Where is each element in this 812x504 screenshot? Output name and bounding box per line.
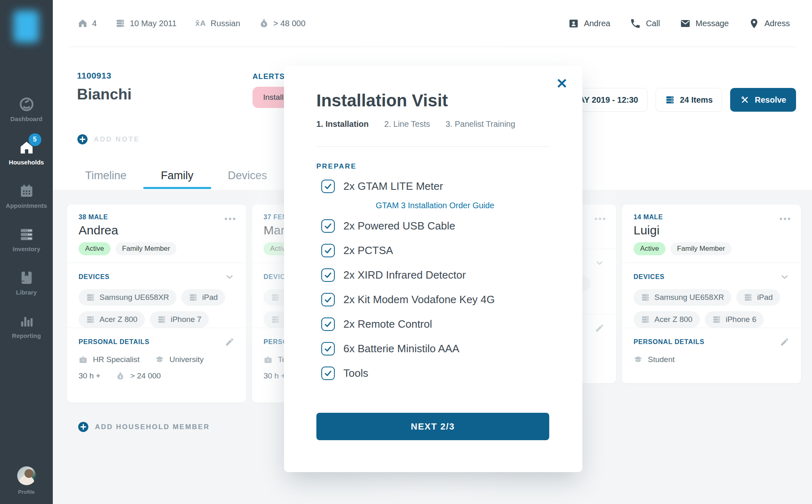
checklist-label: 2x Powered USB Cable (343, 220, 455, 232)
occupation-item: HR Specialist (79, 355, 140, 364)
income-item: > 24 000 (116, 371, 161, 380)
card-menu-button[interactable] (225, 218, 235, 220)
action-label: Andrea (584, 19, 611, 28)
close-icon[interactable]: ✕ (556, 76, 568, 90)
sidebar-item-households[interactable]: 5 Households (0, 131, 53, 174)
device-chip: iPhone 7 (150, 311, 209, 328)
chevron-down-icon[interactable] (225, 272, 235, 282)
library-icon (19, 270, 34, 286)
add-note-button[interactable]: ADD NOTE (77, 134, 140, 145)
chevron-down-icon[interactable] (595, 258, 604, 268)
checklist-item: 2x GTAM LITE Meter (316, 178, 582, 194)
sidebar-item-label: Dashboard (10, 115, 42, 122)
sidebar-item-library[interactable]: Library (0, 261, 53, 304)
device-icon (744, 293, 753, 302)
edit-pencil-icon[interactable] (225, 337, 235, 347)
device-icon (189, 293, 198, 302)
add-note-label: ADD NOTE (94, 135, 140, 144)
education-item: University (155, 355, 203, 364)
checklist-label: Tools (343, 367, 368, 380)
sidebar-item-label: Reporting (12, 332, 41, 339)
stat-value: 4 (92, 19, 97, 28)
checklist-item: 2x Powered USB Cable (316, 218, 582, 234)
checkbox-checked[interactable] (321, 317, 335, 331)
step-line-tests[interactable]: 2. Line Tests (384, 119, 430, 129)
contact-person-button[interactable]: Andrea (568, 18, 611, 29)
device-chip: iPad (736, 289, 780, 306)
member-meta: 14 MALE (634, 214, 789, 221)
divider (316, 146, 549, 147)
tab-timeline[interactable]: Timeline (85, 169, 126, 182)
checkbox-checked[interactable] (321, 244, 335, 257)
device-chip: iPhone 6 (705, 311, 764, 328)
role-badge: Family Member (115, 242, 176, 255)
sidebar-item-dashboard[interactable]: Dashboard (0, 88, 53, 131)
resolve-button[interactable]: Resolve (730, 88, 796, 112)
hours-item: 30 h + (79, 371, 100, 380)
device-chip: Acer Z 800 (79, 311, 145, 328)
checklist-label: 2x PCTSA (343, 244, 393, 257)
checklist-item: 6x Batterie Ministilo AAA (316, 340, 582, 357)
edit-pencil-icon[interactable] (595, 323, 604, 333)
checkbox-checked[interactable] (321, 219, 335, 233)
address-button[interactable]: Adress (749, 18, 790, 29)
device-chip: Acer Z 800 (634, 311, 700, 328)
sidebar-item-reporting[interactable]: Reporting (0, 304, 53, 348)
items-count: 24 Items (680, 95, 713, 105)
profile-label: Profile (18, 489, 34, 495)
step-installation[interactable]: 1. Installation (316, 119, 369, 129)
status-badge: Active (79, 242, 111, 255)
phone-icon (630, 18, 641, 29)
inventory-icon (665, 95, 675, 105)
sidebar-item-label: Appointments (6, 202, 47, 209)
call-button[interactable]: Call (630, 18, 660, 29)
device-icon (271, 315, 280, 324)
checklist-label: 2x GTAM LITE Meter (343, 180, 443, 193)
checklist-item: 2x XIRD Infrared Detector (316, 267, 582, 283)
checklist-label: 2x Kit Modem Vodafone Key 4G (343, 293, 495, 306)
resolve-label: Resolve (755, 95, 786, 105)
app-logo (14, 11, 39, 43)
tab-devices[interactable]: Devices (228, 169, 267, 182)
edit-pencil-icon[interactable] (780, 337, 789, 347)
device-chip: Samsung UE658XR (634, 289, 731, 306)
checkbox-checked[interactable] (321, 180, 335, 193)
mail-icon (680, 18, 691, 29)
action-label: Message (696, 19, 729, 28)
checklist-item: 2x Kit Modem Vodafone Key 4G (316, 291, 582, 308)
card-menu-button[interactable] (595, 218, 605, 220)
home-icon (78, 18, 88, 28)
device-icon (712, 315, 721, 324)
items-count-pill[interactable]: 24 Items (656, 88, 722, 112)
personal-details-label: PERSONAL DETAILS (634, 338, 704, 346)
app-window: Dashboard 5 Households Appointments Inve… (0, 0, 812, 504)
sidebar-item-appointments[interactable]: Appointments (0, 174, 53, 218)
device-icon (86, 315, 95, 324)
prepare-checklist: 2x GTAM LITE Meter GTAM 3 Installation O… (316, 178, 582, 381)
tab-family[interactable]: Family (161, 169, 194, 182)
sidebar-item-inventory[interactable]: Inventory (0, 218, 53, 261)
checkbox-checked[interactable] (321, 293, 335, 306)
household-id: 1100913 (77, 71, 132, 81)
inventory-icon (19, 227, 34, 242)
chevron-down-icon[interactable] (780, 272, 789, 282)
checklist-item: Tools (316, 365, 582, 381)
education-item: Student (634, 355, 675, 364)
checkbox-checked[interactable] (321, 268, 335, 282)
pin-icon (749, 18, 760, 29)
sidebar-profile[interactable]: Profile (0, 466, 53, 495)
personal-details-label: PERSONAL DETAILS (79, 338, 149, 346)
checkbox-checked[interactable] (321, 367, 335, 380)
money-bag-icon (259, 18, 269, 28)
installation-guide-link[interactable]: GTAM 3 Installation Order Guide (376, 201, 582, 210)
step-panelist-training[interactable]: 3. Panelist Training (446, 119, 515, 129)
status-badge: Active (634, 242, 665, 255)
checkbox-checked[interactable] (321, 342, 335, 356)
meter-icon (115, 18, 125, 28)
checklist-label: 6x Batterie Ministilo AAA (343, 342, 459, 355)
message-button[interactable]: Message (680, 18, 729, 29)
prepare-label: PREPARE (316, 162, 582, 171)
device-icon (641, 315, 650, 324)
card-menu-button[interactable] (780, 218, 790, 220)
next-step-button[interactable]: NEXT 2/3 (316, 413, 549, 440)
